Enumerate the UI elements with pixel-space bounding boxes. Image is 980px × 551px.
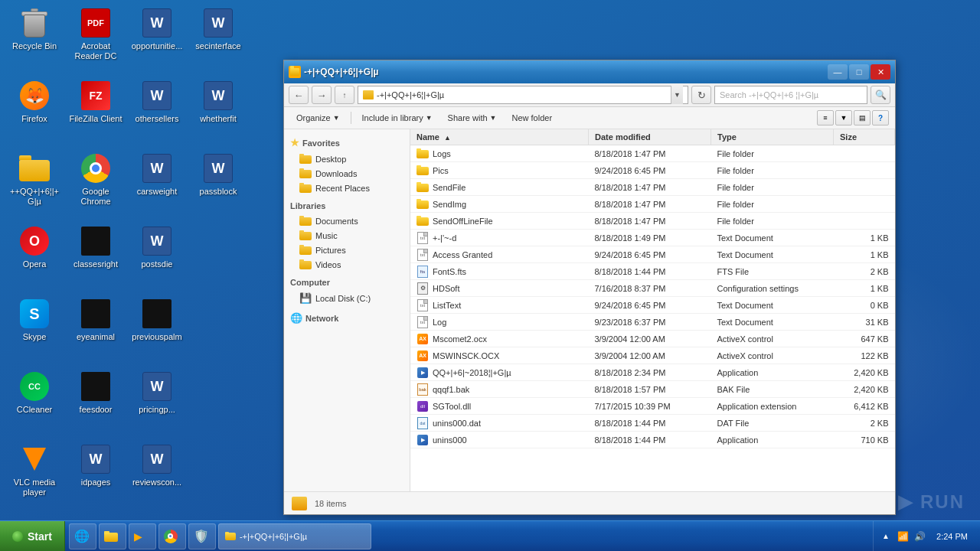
sidebar-item-desktop[interactable]: Desktop: [284, 152, 410, 166]
view-details-button[interactable]: ≡: [817, 110, 834, 126]
desktop-icon-filezilla[interactable]: FZ FileZilla Client: [65, 77, 126, 149]
desktop-icon-vlc[interactable]: VLC media player: [4, 440, 65, 513]
taskbar-chrome-taskbar[interactable]: [158, 523, 186, 549]
sidebar-item-local-disk[interactable]: 💾 Local Disk (C:): [284, 290, 410, 306]
desktop-icon-opportunities[interactable]: W opportunitie...: [126, 4, 188, 77]
desktop-icon-idpages[interactable]: W idpages: [65, 440, 126, 513]
address-bar[interactable]: -+|+QQ+|+6¦|+G|µ ▼: [358, 86, 688, 104]
desktop-icon-recycle-bin[interactable]: Recycle Bin: [4, 4, 65, 77]
address-dropdown[interactable]: ▼: [671, 86, 683, 104]
close-button[interactable]: ✕: [871, 64, 890, 80]
table-row[interactable]: dat unins000.dat 8/18/2018 1:44 PM DAT F…: [410, 415, 895, 432]
maximize-button[interactable]: □: [849, 64, 869, 80]
desktop-icon-othersellers[interactable]: W othersellers: [126, 77, 188, 149]
tray-up-arrow-icon[interactable]: ▲: [880, 530, 892, 543]
table-row[interactable]: SendFile 8/18/2018 1:47 PM File folder: [410, 179, 895, 196]
taskbar-antivirus-icon[interactable]: 🛡️: [188, 523, 216, 549]
help-button[interactable]: ?: [872, 110, 889, 126]
sidebar-item-videos[interactable]: Videos: [284, 257, 410, 272]
organize-button[interactable]: Organize ▼: [290, 111, 346, 125]
back-button[interactable]: ←: [289, 86, 309, 104]
column-header-name[interactable]: Name ▲: [410, 129, 589, 145]
table-row[interactable]: fts FontS.fts 8/18/2018 1:44 PM FTS File…: [410, 263, 895, 280]
file-date-cell: 3/9/2004 12:00 AM: [589, 347, 711, 364]
table-row[interactable]: txt Log 9/23/2018 6:37 PM Text Document …: [410, 314, 895, 331]
desktop-icon-feesdoor[interactable]: feesdoor: [65, 367, 126, 440]
desktop-icon-label: postsdie: [142, 259, 173, 269]
table-row[interactable]: txt Access Granted 9/24/2018 6:45 PM Tex…: [410, 246, 895, 263]
table-row[interactable]: Logs 8/18/2018 1:47 PM File folder: [410, 145, 895, 162]
folder-icon: [299, 154, 312, 164]
refresh-button[interactable]: ↻: [691, 86, 711, 104]
desktop-icon-eyeanimal[interactable]: eyeanimal: [65, 295, 126, 367]
taskbar-explorer-active[interactable]: -+|+QQ+|+6¦|+G|µ: [218, 523, 371, 549]
desktop-icon-whetherfit[interactable]: W whetherfit: [188, 77, 249, 149]
forward-button[interactable]: →: [312, 86, 332, 104]
desktop-icon-postsdie[interactable]: W postsdie: [126, 222, 188, 295]
share-with-button[interactable]: Share with ▼: [442, 111, 503, 125]
desktop-icon-opera[interactable]: O Opera: [4, 222, 65, 295]
ccleaner-icon: CC: [20, 372, 49, 401]
desktop-icon-previouspalm[interactable]: previouspalm: [126, 295, 188, 367]
table-row[interactable]: txt ListText 9/24/2018 6:45 PM Text Docu…: [410, 297, 895, 314]
toolbar-separator: [351, 112, 351, 124]
table-row[interactable]: AX MSWINSCK.OCX 3/9/2004 12:00 AM Active…: [410, 347, 895, 364]
desktop-icon-ccleaner[interactable]: CC CCleaner: [4, 367, 65, 440]
sidebar-favorites-header[interactable]: ★ Favorites: [284, 134, 410, 152]
table-row[interactable]: bak qqqf1.bak 8/18/2018 1:57 PM BAK File…: [410, 381, 895, 398]
search-button[interactable]: 🔍: [871, 86, 890, 104]
sidebar-item-downloads[interactable]: Downloads: [284, 166, 410, 181]
table-row[interactable]: dll SGTool.dll 7/17/2015 10:39 PM Applic…: [410, 398, 895, 415]
table-row[interactable]: ▶ QQ+|+6|~2018¦|+G|µ 8/18/2018 2:34 PM A…: [410, 364, 895, 381]
desktop-icon-chrome[interactable]: Google Chrome: [65, 149, 126, 222]
taskbar-ie-icon[interactable]: 🌐: [69, 523, 96, 549]
word-icon: W: [142, 8, 172, 37]
sidebar-network-header[interactable]: 🌐 Network: [284, 309, 410, 327]
desktop-icon-label: feesdoor: [80, 405, 113, 415]
taskbar-folder-icon[interactable]: [99, 523, 126, 549]
desktop-icon-acrobat[interactable]: PDF Acrobat Reader DC: [65, 4, 126, 77]
sidebar-item-recent-places[interactable]: Recent Places: [284, 181, 410, 195]
include-library-button[interactable]: Include in library ▼: [356, 111, 439, 125]
sidebar-computer-header[interactable]: Computer: [284, 275, 410, 290]
column-header-size[interactable]: Size: [834, 129, 895, 145]
sidebar-item-pictures[interactable]: Pictures: [284, 243, 410, 257]
start-button[interactable]: Start: [0, 521, 65, 552]
desktop-icon-carsweight[interactable]: W carsweight: [126, 149, 188, 222]
table-row[interactable]: SendOffLineFile 8/18/2018 1:47 PM File f…: [410, 213, 895, 230]
file-size-cell: [834, 145, 895, 162]
desktop-icon-reviewscon[interactable]: W reviewscon...: [126, 440, 188, 513]
view-pane-button[interactable]: ▤: [854, 110, 871, 126]
start-orb-icon: [12, 531, 23, 542]
table-row[interactable]: ▶ unins000 8/18/2018 1:44 PM Application…: [410, 432, 895, 448]
column-header-date[interactable]: Date modified: [589, 129, 711, 145]
taskbar-media-icon[interactable]: ▶: [129, 523, 156, 549]
desktop-icon-pricingp[interactable]: W pricingp...: [126, 367, 188, 440]
table-row[interactable]: txt +-|'~-d 8/18/2018 1:49 PM Text Docum…: [410, 230, 895, 246]
desktop-icon-folder-qq[interactable]: ++QQ+|+6¦|+G|µ: [4, 149, 65, 222]
desktop-icon-label: Acrobat Reader DC: [69, 41, 122, 61]
desktop-icon-skype[interactable]: S Skype: [4, 295, 65, 367]
sidebar-favorites-section: ★ Favorites Desktop: [284, 134, 410, 195]
up-button[interactable]: ↑: [335, 86, 354, 104]
sidebar-item-music[interactable]: Music: [284, 228, 410, 243]
sidebar-item-documents[interactable]: Documents: [284, 214, 410, 228]
minimize-button[interactable]: —: [828, 64, 848, 80]
view-dropdown-button[interactable]: ▼: [835, 110, 852, 126]
desktop-icon-firefox[interactable]: 🦊 Firefox: [4, 77, 65, 149]
desktop-icon-secinterface[interactable]: W secinterface: [188, 4, 249, 77]
tray-network-icon[interactable]: 📶: [897, 530, 909, 543]
desktop-icon-classesright[interactable]: classesright: [65, 222, 126, 295]
table-row[interactable]: ⚙ HDSoft 7/16/2018 8:37 PM Configuration…: [410, 280, 895, 297]
tray-volume-icon[interactable]: 🔊: [913, 530, 926, 543]
table-row[interactable]: Pics 9/24/2018 6:45 PM File folder: [410, 162, 895, 179]
table-row[interactable]: SendImg 8/18/2018 1:47 PM File folder: [410, 196, 895, 213]
table-row[interactable]: AX Mscomet2.ocx 3/9/2004 12:00 AM Active…: [410, 331, 895, 347]
new-folder-button[interactable]: New folder: [505, 111, 558, 125]
file-name-cell: AX Mscomet2.ocx: [410, 331, 589, 347]
sidebar-libraries-header[interactable]: Libraries: [284, 198, 410, 214]
search-bar[interactable]: Search -+|+QQ+|+6 ¦|+G|µ: [714, 86, 867, 104]
file-size-cell: 647 KB: [834, 331, 895, 347]
column-header-type[interactable]: Type: [711, 129, 834, 145]
desktop-icon-passblock[interactable]: W passblock: [188, 149, 249, 222]
